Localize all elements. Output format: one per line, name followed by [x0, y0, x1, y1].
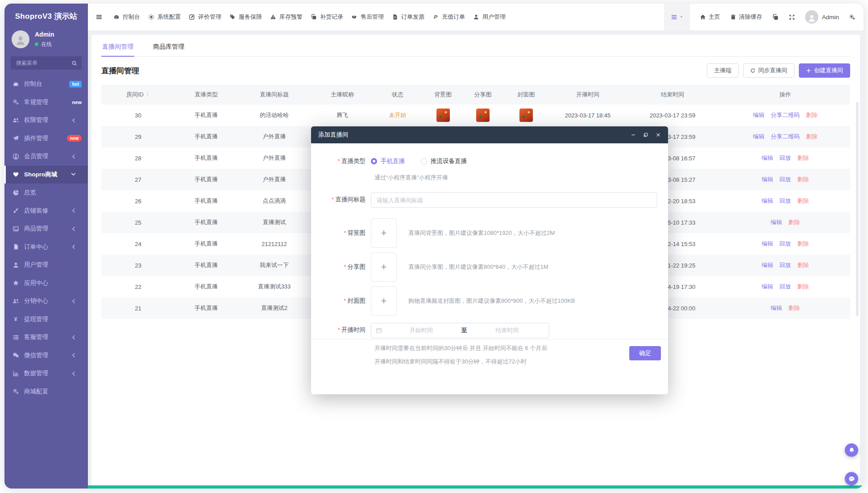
room-title-input[interactable] — [371, 192, 657, 208]
sidebar-item-2[interactable]: 权限管理 — [4, 111, 88, 130]
action-link[interactable]: 编辑 — [762, 283, 773, 290]
hamburger-menu-icon[interactable] — [96, 13, 103, 21]
sync-rooms-button[interactable]: 同步直播间 — [743, 63, 794, 78]
action-link[interactable]: 删除 — [797, 262, 809, 268]
search-icon[interactable] — [71, 60, 77, 66]
tab-0[interactable]: 直播间管理 — [101, 38, 134, 56]
sidebar-item-8[interactable]: 商品管理 — [4, 220, 88, 238]
action-link[interactable]: 删除 — [797, 283, 809, 290]
sidebar-item-16[interactable]: 数据管理 — [4, 364, 88, 383]
action-link[interactable]: 删除 — [789, 219, 800, 226]
action-link[interactable]: 编辑 — [762, 262, 773, 268]
action-link[interactable]: 删除 — [797, 176, 809, 183]
modal-titlebar[interactable]: 添加直播间 — [311, 126, 668, 143]
confirm-button[interactable]: 确定 — [629, 346, 661, 360]
sidebar-item-15[interactable]: 微信管理 — [4, 347, 88, 365]
upload-box[interactable]: + — [371, 252, 397, 282]
clear-cache-button[interactable]: 清除缓存 — [730, 13, 762, 21]
copy-button[interactable] — [772, 13, 779, 21]
radio-push-device-live[interactable]: 推流设备直播 — [421, 157, 467, 165]
topnav-item-5[interactable]: 补货记录 — [311, 4, 343, 30]
action-link[interactable]: 回放 — [780, 197, 791, 204]
table-scrollbar[interactable] — [856, 102, 859, 316]
sidebar-item-7[interactable]: 店铺装修 — [4, 202, 88, 220]
topnav-item-9[interactable]: 用户管理 — [473, 4, 506, 30]
sidebar-item-13[interactable]: ¥提现管理 — [4, 310, 88, 329]
admin-name[interactable]: Admin — [822, 14, 839, 21]
end-time-placeholder[interactable]: 结束时间 — [470, 326, 545, 334]
search-input[interactable] — [15, 59, 71, 67]
action-link[interactable]: 分享二维码 — [771, 112, 800, 118]
thumbnail-image[interactable] — [519, 109, 533, 122]
action-link[interactable]: 编辑 — [771, 219, 782, 226]
sidebar-item-0[interactable]: 控制台hot — [4, 75, 88, 93]
sidebar-item-12[interactable]: 分销中心 — [4, 292, 88, 310]
topnav-item-2[interactable]: 评价管理 — [189, 4, 221, 30]
action-link[interactable]: 删除 — [797, 155, 809, 161]
action-link[interactable]: 回放 — [780, 176, 791, 183]
topnav-item-8[interactable]: P充值订单 — [432, 4, 465, 30]
action-link[interactable]: 编辑 — [762, 240, 773, 247]
action-link[interactable]: 编辑 — [753, 112, 764, 118]
upload-box[interactable]: + — [371, 218, 397, 248]
topnav-item-1[interactable]: 系统配置 — [148, 4, 181, 30]
action-link[interactable]: 删除 — [806, 112, 818, 118]
sidebar-item-11[interactable]: 应用中心 — [4, 274, 88, 292]
sidebar-item-3[interactable]: 插件管理new — [4, 130, 88, 148]
sidebar-item-14[interactable]: 客服管理 — [4, 328, 88, 347]
notification-fab[interactable] — [845, 443, 858, 457]
action-link[interactable]: 编辑 — [762, 176, 773, 183]
action-link[interactable]: 编辑 — [753, 133, 764, 140]
anchor-client-button[interactable]: 主播端 — [707, 63, 739, 78]
action-link[interactable]: 编辑 — [762, 155, 773, 161]
topnav-item-3[interactable]: 服务保障 — [229, 4, 262, 30]
radio-phone-live[interactable]: 手机直播 — [371, 157, 405, 165]
topnav-item-4[interactable]: 库存预警 — [270, 4, 303, 30]
sidebar-item-1[interactable]: 常规管理new — [4, 93, 88, 112]
action-link[interactable]: 删除 — [797, 197, 809, 204]
action-link[interactable]: 编辑 — [771, 305, 782, 311]
action-link[interactable]: 删除 — [806, 133, 818, 140]
topnav-item-0[interactable]: 控制台 — [113, 4, 140, 30]
topnav-item-6[interactable]: 售后管理 — [351, 4, 384, 30]
svg-text:¥: ¥ — [14, 316, 17, 322]
avatar[interactable] — [12, 30, 29, 48]
fullscreen-button[interactable] — [789, 13, 795, 21]
sidebar-item-4[interactable]: 会员管理 — [4, 147, 88, 166]
minimize-icon[interactable] — [631, 132, 636, 138]
comment-dots-icon — [848, 476, 855, 482]
settings-button[interactable] — [849, 13, 856, 21]
sidebar-item-10[interactable]: 用户管理 — [4, 256, 88, 274]
chevron-left-icon — [70, 226, 77, 232]
plane-icon — [12, 135, 19, 142]
sidebar-item-9[interactable]: 订单中心 — [4, 238, 88, 256]
sidebar-item-17[interactable]: 商城配置 — [4, 383, 88, 401]
upload-box[interactable]: + — [371, 286, 397, 316]
time-range-picker[interactable]: 开始时间 至 结束时间 — [371, 323, 549, 338]
action-link[interactable]: 回放 — [780, 240, 791, 247]
thumbnail-image[interactable] — [476, 109, 490, 122]
close-icon[interactable] — [656, 132, 661, 138]
create-room-button[interactable]: 创建直播间 — [799, 63, 850, 78]
svg-text:P: P — [434, 14, 437, 20]
column-header-0[interactable]: 房间ID — [101, 85, 175, 104]
chat-fab[interactable] — [845, 472, 858, 485]
action-link[interactable]: 回放 — [780, 155, 791, 161]
admin-avatar[interactable] — [805, 10, 818, 24]
topnav-item-7[interactable]: 订单发票 — [392, 4, 424, 30]
action-link[interactable]: 删除 — [797, 240, 809, 247]
tab-1[interactable]: 商品库管理 — [152, 38, 185, 56]
start-time-placeholder[interactable]: 开始时间 — [384, 326, 459, 334]
action-link[interactable]: 编辑 — [762, 197, 773, 204]
action-link[interactable]: 回放 — [780, 283, 791, 290]
home-button[interactable]: 主页 — [700, 13, 720, 21]
nav-style-toggle[interactable] — [664, 4, 690, 30]
sidebar-item-5[interactable]: Shopro商城 — [4, 166, 88, 184]
restore-window-icon[interactable] — [643, 132, 648, 138]
action-link[interactable]: 回放 — [780, 262, 791, 268]
sidebar-item-6[interactable]: 总览 — [4, 184, 88, 202]
action-link[interactable]: 分享二维码 — [771, 133, 800, 140]
thumbnail-image[interactable] — [436, 109, 450, 122]
chevron-left-icon — [70, 243, 77, 250]
action-link[interactable]: 删除 — [789, 305, 800, 311]
